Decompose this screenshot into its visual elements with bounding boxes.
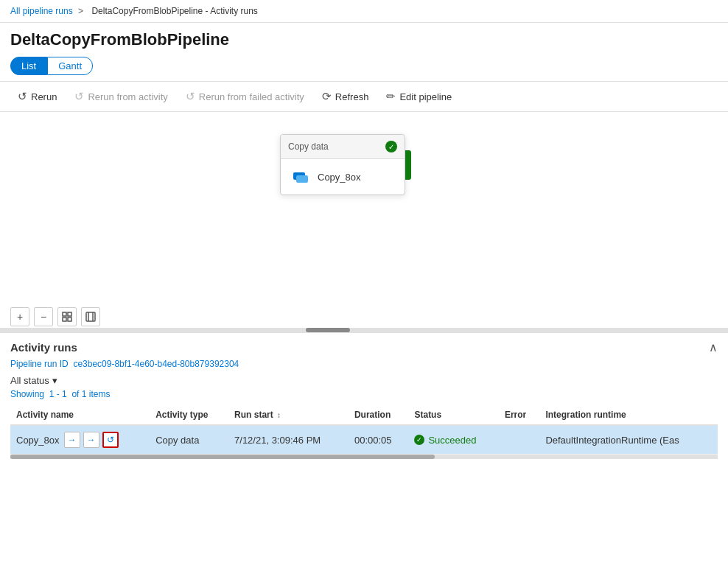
pipeline-run-id-row: Pipeline run ID ce3bec09-8bf1-4e60-b4ed-… xyxy=(10,359,718,369)
canvas-scrollbar-thumb[interactable] xyxy=(306,328,350,332)
toggle-bar: List Gantt xyxy=(0,54,728,81)
rerun-label: Rerun xyxy=(31,91,57,102)
canvas-controls: + − xyxy=(10,307,100,326)
pipeline-node-container: Copy data ✓ Copy_8ox xyxy=(280,134,405,195)
sort-icon: ↕ xyxy=(277,411,281,419)
succeeded-icon: ✓ xyxy=(414,435,424,445)
row-action-output-button[interactable]: → xyxy=(83,432,99,448)
zoom-out-button[interactable]: − xyxy=(34,307,53,326)
cell-run-start: 7/12/21, 3:09:46 PM xyxy=(228,425,349,455)
rerun-activity-icon: ↺ xyxy=(74,90,84,103)
row-action-rerun-button[interactable]: ↺ xyxy=(102,432,119,448)
section-title: Activity runs xyxy=(10,341,77,354)
edit-pipeline-label: Edit pipeline xyxy=(399,91,452,102)
pipeline-run-id-label: Pipeline run ID xyxy=(10,359,69,369)
breadcrumb-link[interactable]: All pipeline runs xyxy=(10,6,73,16)
chevron-down-icon: ▾ xyxy=(52,375,57,386)
node-success-icon: ✓ xyxy=(385,141,397,152)
canvas-scrollbar[interactable] xyxy=(0,328,728,332)
svg-rect-1 xyxy=(296,175,308,183)
col-error[interactable]: Error xyxy=(499,405,539,425)
col-status[interactable]: Status xyxy=(408,405,498,425)
status-succeeded: ✓ Succeeded xyxy=(414,435,492,446)
col-run-start[interactable]: Run start ↕ xyxy=(228,405,349,425)
expand-button[interactable] xyxy=(81,307,100,326)
pipeline-node-card[interactable]: Copy data ✓ Copy_8ox xyxy=(280,134,405,195)
breadcrumb-current: DeltaCopyFromBlobPipeline - Activity run… xyxy=(91,6,257,16)
refresh-label: Refresh xyxy=(335,91,369,102)
node-body: Copy_8ox xyxy=(281,159,405,194)
fit-screen-button[interactable] xyxy=(57,307,77,326)
col-activity-type[interactable]: Activity type xyxy=(150,405,228,425)
runs-table: Activity name Activity type Run start ↕ … xyxy=(10,405,718,455)
node-data-icon xyxy=(291,166,312,187)
runs-table-container: Activity name Activity type Run start ↕ … xyxy=(10,405,718,455)
edit-pipeline-button[interactable]: ✏ Edit pipeline xyxy=(379,86,459,107)
table-header-row: Activity name Activity type Run start ↕ … xyxy=(10,405,718,425)
status-filter-label: All status xyxy=(10,375,49,386)
node-label: Copy_8ox xyxy=(318,172,361,183)
zoom-in-button[interactable]: + xyxy=(10,307,29,326)
col-activity-name[interactable]: Activity name xyxy=(10,405,150,425)
cell-activity-name: Copy_8ox → → ↺ xyxy=(10,425,150,455)
status-text: Succeeded xyxy=(428,435,476,446)
rerun-from-failed-button[interactable]: ↺ Rerun from failed activity xyxy=(178,86,312,107)
node-header: Copy data ✓ xyxy=(281,135,405,159)
rerun-icon: ↺ xyxy=(18,90,27,103)
activity-runs-section: Activity runs ∧ Pipeline run ID ce3bec09… xyxy=(0,333,728,459)
canvas-area: Copy data ✓ Copy_8ox + − xyxy=(0,112,728,333)
node-green-bar xyxy=(405,150,411,180)
cell-duration: 00:00:05 xyxy=(349,425,409,455)
svg-rect-6 xyxy=(86,312,95,321)
rerun-failed-icon: ↺ xyxy=(186,90,195,103)
svg-rect-5 xyxy=(68,318,71,321)
toolbar: ↺ Rerun ↺ Rerun from activity ↺ Rerun fr… xyxy=(0,81,728,112)
col-duration[interactable]: Duration xyxy=(349,405,409,425)
breadcrumb-separator: > xyxy=(78,6,83,16)
table-bottom-scrollbar-thumb[interactable] xyxy=(10,455,435,459)
cell-integration-runtime: DefaultIntegrationRuntime (Eas xyxy=(539,425,718,455)
activity-name-text: Copy_8ox xyxy=(16,435,60,446)
cell-activity-type: Copy data xyxy=(150,425,228,455)
collapse-button[interactable]: ∧ xyxy=(709,340,718,354)
node-type-label: Copy data xyxy=(288,141,329,152)
rerun-button[interactable]: ↺ Rerun xyxy=(10,86,64,107)
refresh-button[interactable]: ⟳ Refresh xyxy=(315,86,377,107)
refresh-icon: ⟳ xyxy=(322,90,332,103)
showing-text: Showing 1 - 1 of 1 items xyxy=(10,389,718,399)
table-row[interactable]: Copy_8ox → → ↺ Copy data7/12/21, 3:09:46… xyxy=(10,425,718,455)
cell-status: ✓ Succeeded xyxy=(408,425,498,455)
status-filter[interactable]: All status ▾ xyxy=(10,375,718,386)
page-title: DeltaCopyFromBlobPipeline xyxy=(0,23,728,54)
table-bottom-scrollbar[interactable] xyxy=(10,455,718,459)
cell-error xyxy=(499,425,539,455)
breadcrumb: All pipeline runs > DeltaCopyFromBlobPip… xyxy=(0,0,728,23)
svg-rect-2 xyxy=(63,312,66,316)
section-header: Activity runs ∧ xyxy=(10,340,718,354)
edit-icon: ✏ xyxy=(386,90,396,103)
col-integration-runtime[interactable]: Integration runtime xyxy=(539,405,718,425)
rerun-from-activity-label: Rerun from activity xyxy=(88,91,167,102)
row-actions: → → ↺ xyxy=(64,432,119,448)
rerun-from-failed-label: Rerun from failed activity xyxy=(199,91,304,102)
svg-rect-3 xyxy=(68,312,71,316)
rerun-from-activity-button[interactable]: ↺ Rerun from activity xyxy=(67,86,175,107)
row-action-input-button[interactable]: → xyxy=(64,432,80,448)
list-toggle-button[interactable]: List xyxy=(10,57,47,75)
pipeline-run-id-value: ce3bec09-8bf1-4e60-b4ed-80b879392304 xyxy=(73,359,239,369)
svg-rect-4 xyxy=(63,318,66,321)
gantt-toggle-button[interactable]: Gantt xyxy=(47,57,93,75)
